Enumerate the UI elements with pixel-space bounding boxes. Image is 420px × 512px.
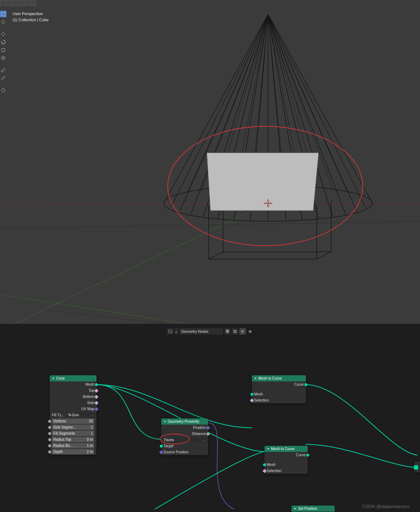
svg-line-3 (0, 294, 187, 324)
socket-label: Source Position (163, 450, 189, 454)
prop-radius-bot[interactable]: Radius Bo...1 m (52, 443, 94, 448)
node-tree-name[interactable]: Geometry Nodes (179, 328, 223, 335)
node-title: Cone (56, 376, 65, 380)
socket-float[interactable] (48, 426, 51, 429)
tool-select[interactable] (0, 11, 6, 17)
top-icon[interactable] (12, 0, 18, 6)
close-icon[interactable]: ✕ (239, 328, 246, 335)
annotation-ellipse (167, 126, 363, 246)
svg-rect-43 (2, 49, 5, 52)
socket-label: UV Map (81, 407, 94, 411)
node-title: Set Position (298, 507, 317, 511)
node-editor-header: ⌄ Geometry Nodes ✕ (0, 327, 420, 335)
socket-float[interactable] (48, 450, 51, 453)
object-label: (1) Collection | Cube (13, 17, 49, 23)
socket-bool[interactable] (94, 389, 98, 393)
node-mesh-to-curve-1[interactable]: Mesh to Curve Curve Mesh Selection (252, 375, 306, 403)
socket-label: Curve (294, 382, 304, 386)
socket-float[interactable] (48, 420, 51, 423)
svg-point-45 (3, 57, 4, 59)
svg-rect-48 (234, 331, 236, 333)
node-header[interactable]: Geometry Proximity (161, 418, 208, 425)
perspective-label: User Perspective (13, 11, 49, 17)
socket-label: Distance (192, 432, 206, 436)
socket-geo[interactable] (263, 463, 266, 466)
node-editor[interactable]: ⌄ Geometry Nodes ✕ Cone Mesh Top Bottom … (0, 326, 420, 512)
socket-label: Mesh (86, 382, 94, 386)
node-title: Mesh to Curve (258, 376, 282, 380)
chevron-down-icon[interactable]: ⌄ (175, 328, 178, 335)
socket-geo[interactable] (304, 383, 307, 386)
socket-geo[interactable] (306, 454, 309, 457)
node-offscreen[interactable] (415, 462, 420, 472)
node-title: Mesh to Curve (271, 447, 294, 451)
socket-label: Position (193, 426, 206, 430)
socket-label: Selection (267, 469, 281, 473)
socket-float[interactable] (48, 438, 51, 441)
tool-annotate[interactable] (0, 67, 6, 73)
svg-rect-47 (234, 330, 236, 332)
node-header[interactable]: Set Position (292, 506, 335, 512)
svg-line-2 (43, 309, 166, 324)
socket-float[interactable] (48, 444, 51, 447)
prop-side-seg[interactable]: Side Segme...1 (52, 425, 94, 430)
node-cone[interactable]: Cone Mesh Top Bottom Side UV Map Fill Ty… (50, 375, 96, 455)
socket-bool[interactable] (94, 395, 98, 399)
fill-type-label: Fill Ty... (51, 413, 66, 417)
top-icon[interactable] (18, 0, 24, 6)
node-header[interactable]: Mesh to Curve (252, 375, 306, 381)
prop-depth[interactable]: Depth2 m (52, 449, 94, 454)
fill-type-dropdown[interactable]: N-Gon (67, 412, 95, 418)
socket-geo[interactable] (95, 383, 98, 386)
node-set-position[interactable]: Set Position (292, 506, 335, 512)
socket-label: Top (89, 389, 94, 393)
viewport-3d[interactable]: User Perspective (1) Collection | Cube (0, 0, 420, 324)
annotation-ellipse-node (159, 434, 190, 444)
node-header[interactable]: Cone (50, 375, 96, 381)
socket-label: Mesh (254, 392, 263, 396)
socket-label: Mesh (267, 463, 275, 467)
viewport-toolbar (0, 11, 7, 94)
node-mesh-to-curve-2[interactable]: Mesh to Curve Curve Mesh Selection (265, 446, 308, 474)
pin-icon[interactable] (247, 328, 253, 335)
socket-float[interactable] (206, 432, 210, 436)
prop-fill-seg[interactable]: Fill Segments1 (52, 431, 94, 436)
socket-vec[interactable] (159, 450, 163, 454)
socket-float[interactable] (48, 432, 51, 435)
top-icon[interactable] (24, 0, 30, 6)
socket-label: Target (163, 444, 173, 448)
watermark: CSDN @dalaomanzou (362, 504, 409, 509)
browse-tree-icon[interactable] (167, 328, 173, 335)
prop-radius-top[interactable]: Radius Top0 m (52, 437, 94, 442)
viewport-overlay-text: User Perspective (1) Collection | Cube (13, 11, 49, 23)
node-header[interactable]: Mesh to Curve (265, 446, 308, 452)
tool-measure[interactable] (0, 75, 6, 81)
socket-label: Curve (296, 453, 306, 457)
socket-geo[interactable] (160, 445, 163, 448)
prop-vertices[interactable]: Vertices32 (52, 418, 94, 424)
tool-cursor[interactable] (0, 19, 6, 25)
socket-label: Side (87, 401, 94, 405)
shield-icon[interactable] (224, 328, 231, 335)
socket-bool[interactable] (250, 398, 254, 402)
socket-label: Selection (254, 398, 269, 402)
tool-move[interactable] (0, 31, 6, 37)
top-icon[interactable] (31, 0, 36, 6)
socket-bool[interactable] (94, 401, 98, 405)
top-icon[interactable] (0, 0, 6, 6)
socket-label: Bottom (83, 395, 94, 399)
svg-rect-41 (1, 12, 5, 16)
socket-geo[interactable] (414, 465, 418, 470)
tool-transform[interactable] (0, 55, 6, 61)
socket-vec[interactable] (206, 426, 210, 430)
copy-icon[interactable] (232, 328, 238, 335)
socket-vec[interactable] (94, 407, 98, 411)
tool-scale[interactable] (0, 47, 6, 53)
top-icon[interactable] (6, 0, 12, 6)
tool-add-cube[interactable] (0, 87, 6, 94)
socket-geo[interactable] (250, 393, 253, 396)
viewport-top-icons (0, 0, 36, 6)
tool-rotate[interactable] (0, 39, 6, 45)
node-title: Geometry Proximity (168, 420, 199, 423)
socket-bool[interactable] (262, 469, 266, 473)
